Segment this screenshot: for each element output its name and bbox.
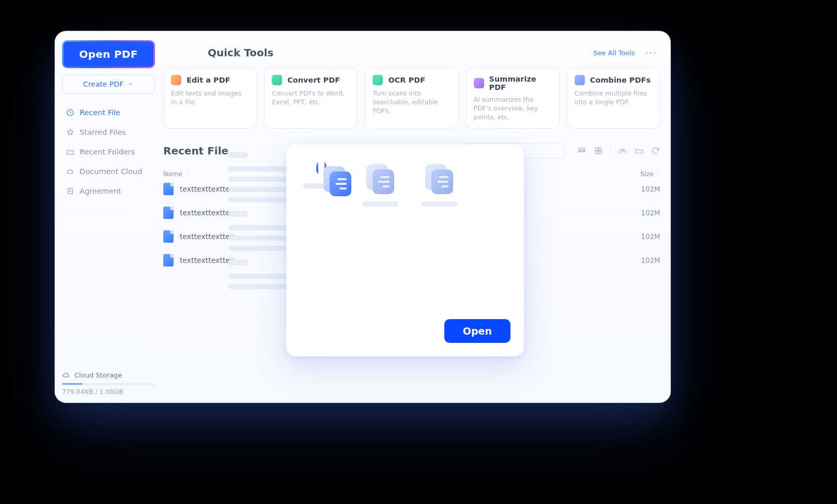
separator	[610, 147, 611, 155]
storage-title-row: Cloud Storage	[62, 371, 155, 379]
more-options-button[interactable]: ···	[642, 48, 660, 58]
pdf-file-icon	[163, 183, 174, 195]
create-pdf-dropdown[interactable]: Create PDF	[62, 74, 155, 94]
document-icon	[423, 161, 455, 193]
quick-tools-header: Quick Tools See All Tools ···	[208, 46, 660, 59]
file-size: 102M	[641, 185, 660, 193]
convert-icon	[272, 75, 282, 85]
combine-icon	[575, 75, 585, 85]
open-folder-icon[interactable]	[634, 146, 644, 155]
file-label-skeleton	[362, 201, 398, 207]
upload-cloud-icon[interactable]	[618, 146, 627, 155]
ocr-icon	[373, 75, 383, 85]
pdf-file-icon	[163, 254, 174, 266]
tool-desc: Turn scans into searchable, editable PDF…	[373, 89, 451, 116]
open-pdf-button[interactable]: Open PDF	[62, 40, 155, 68]
svg-rect-3	[583, 148, 585, 150]
tool-title: Summarize PDF	[489, 75, 552, 91]
sidebar-nav: Recent File Starred Files Recent Folders…	[62, 103, 155, 200]
clock-icon	[66, 108, 74, 117]
tool-desc: AI summarizes the PDF's overview, key po…	[474, 96, 552, 122]
sparkle-icon	[474, 78, 484, 88]
storage-title: Cloud Storage	[74, 371, 122, 379]
file-label-skeleton	[421, 201, 457, 207]
recent-file-heading: Recent File	[163, 145, 228, 157]
open-file-dialog: Open	[286, 145, 524, 356]
storage-bar	[62, 383, 155, 385]
sidebar-item-label: Starred Files	[80, 128, 126, 136]
folder-icon	[66, 148, 74, 156]
sidebar: Open PDF Create PDF Recent File Starred …	[62, 38, 155, 396]
sidebar-item-agreement[interactable]: Agreement	[62, 182, 155, 200]
sidebar-item-label: Agreement	[80, 187, 121, 195]
app-window: Open PDF Create PDF Recent File Starred …	[55, 31, 671, 403]
svg-rect-1	[68, 188, 72, 194]
storage-indicator: Cloud Storage 779.04KB / 1.00GB	[62, 371, 155, 396]
sidebar-item-label: Document Cloud	[80, 167, 142, 176]
create-pdf-label: Create PDF	[83, 80, 123, 88]
sidebar-item-recent-file[interactable]: Recent File	[62, 103, 155, 122]
sidebar-item-recent-folders[interactable]: Recent Folders	[62, 143, 155, 161]
tool-card-summarize-pdf[interactable]: Summarize PDF AI summarizes the PDF's ov…	[466, 67, 560, 129]
open-pdf-label: Open PDF	[64, 42, 153, 67]
tool-desc: Edit texts and images in a file.	[171, 89, 249, 107]
svg-rect-6	[595, 148, 598, 150]
file-tile[interactable]	[419, 161, 460, 207]
sidebar-item-label: Recent Folders	[80, 148, 135, 156]
tool-desc: Combine multiple files into a single PDF…	[575, 89, 653, 107]
document-icon	[364, 161, 396, 193]
tool-card-ocr-pdf[interactable]: OCR PDF Turn scans into searchable, edit…	[365, 67, 458, 129]
tool-card-edit-pdf[interactable]: Edit a PDF Edit texts and images in a fi…	[163, 67, 257, 129]
sidebar-item-label: Recent File	[80, 108, 120, 117]
pdf-file-icon	[163, 230, 174, 243]
quick-tools-grid: Edit a PDF Edit texts and images in a fi…	[163, 67, 660, 129]
file-tiles	[301, 161, 509, 207]
grid-view-icon[interactable]	[594, 146, 603, 155]
chevron-down-icon	[128, 81, 134, 87]
tool-title: Convert PDF	[287, 76, 340, 84]
see-all-tools-link[interactable]: See All Tools	[593, 49, 635, 57]
refresh-icon[interactable]	[651, 146, 660, 155]
tool-card-convert-pdf[interactable]: Convert PDF Convert PDFs to Word, Excel,…	[264, 67, 358, 129]
quick-tools-heading: Quick Tools	[208, 46, 273, 59]
svg-rect-4	[579, 151, 581, 152]
file-tile-selected[interactable]	[301, 161, 342, 207]
svg-rect-5	[583, 151, 585, 152]
list-view-icon[interactable]	[577, 146, 586, 155]
column-size[interactable]: Size	[640, 170, 660, 178]
svg-rect-9	[599, 151, 601, 153]
tool-title: Edit a PDF	[187, 76, 230, 84]
tool-title: OCR PDF	[388, 76, 425, 84]
file-size: 102M	[641, 256, 660, 264]
column-name[interactable]: Name	[163, 170, 189, 178]
file-size: 102M	[641, 232, 660, 241]
open-button[interactable]: Open	[444, 319, 510, 343]
edit-icon	[171, 75, 181, 85]
sidebar-item-starred-files[interactable]: Starred Files	[62, 123, 155, 141]
svg-rect-7	[599, 148, 601, 150]
cloud-icon	[62, 371, 70, 379]
tool-desc: Convert PDFs to Word, Excel, PPT, etc.	[272, 89, 350, 107]
file-tile[interactable]	[360, 161, 401, 207]
agreement-icon	[66, 187, 74, 195]
storage-caption: 779.04KB / 1.00GB	[62, 388, 155, 396]
star-icon	[66, 128, 74, 136]
sidebar-item-document-cloud[interactable]: Document Cloud	[62, 162, 155, 181]
svg-rect-2	[579, 148, 581, 150]
file-size: 102M	[641, 209, 660, 217]
cloud-icon	[66, 167, 74, 176]
pdf-file-icon	[163, 207, 174, 219]
tool-title: Combine PDFs	[590, 76, 650, 84]
svg-rect-8	[595, 151, 598, 153]
tool-card-combine-pdfs[interactable]: Combine PDFs Combine multiple files into…	[567, 67, 660, 129]
